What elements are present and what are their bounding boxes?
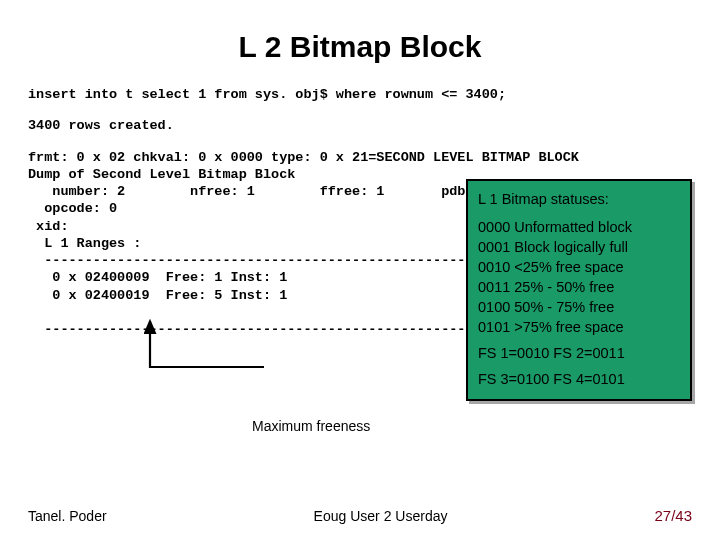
status-line: 0100 50% - 75% free (478, 297, 680, 317)
footer-page: 27/43 (654, 507, 692, 524)
footer-event: Eoug User 2 Userday (107, 508, 655, 524)
slide-title: L 2 Bitmap Block (28, 30, 692, 64)
status-line: 0101 >75% free space (478, 317, 680, 337)
status-line: 0011 25% - 50% free (478, 277, 680, 297)
status-line: 0000 Unformatted block (478, 217, 680, 237)
sql-result: 3400 rows created. (28, 117, 692, 134)
bitmap-status-box: L 1 Bitmap statuses: 0000 Unformatted bl… (466, 179, 692, 401)
sql-statement: insert into t select 1 from sys. obj$ wh… (28, 86, 692, 103)
status-fs-b: FS 3=0100 FS 4=0101 (478, 369, 680, 389)
status-line: 0010 <25% free space (478, 257, 680, 277)
status-fs-a: FS 1=0010 FS 2=0011 (478, 343, 680, 363)
arrow-caption: Maximum freeness (252, 418, 370, 434)
status-line: 0001 Block logically full (478, 237, 680, 257)
slide-footer: Tanel. Poder Eoug User 2 Userday 27/43 (28, 507, 692, 524)
dump-area: frmt: 0 x 02 chkval: 0 x 0000 type: 0 x … (28, 149, 692, 339)
status-header: L 1 Bitmap statuses: (478, 189, 680, 209)
footer-author: Tanel. Poder (28, 508, 107, 524)
